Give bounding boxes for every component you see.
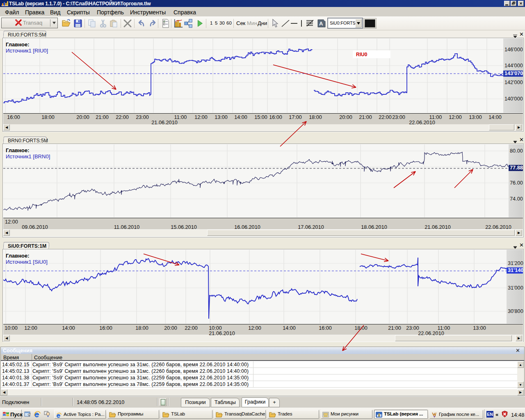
svg-text:RIU0: RIU0	[356, 52, 368, 57]
svg-text:A: A	[319, 21, 323, 27]
